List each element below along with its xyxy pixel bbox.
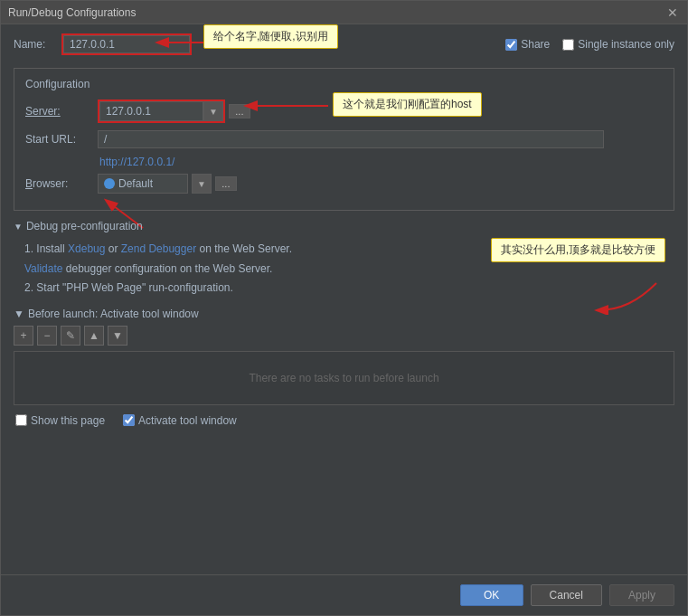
launch-collapse-triangle[interactable]: ▼	[14, 308, 24, 320]
validate-link[interactable]: Validate	[24, 262, 62, 275]
name-input-wrapper	[61, 33, 192, 55]
dialog-content: Name: 给个名字,随便取,识别用 Share	[1, 24, 687, 574]
before-launch-section: ▼ Before launch: Activate tool window + …	[14, 308, 674, 405]
browser-input-group: Default ▼ ...	[98, 174, 237, 194]
close-button[interactable]: ✕	[665, 5, 680, 20]
server-label: Server:	[25, 105, 98, 118]
server-label-text: Server:	[25, 105, 61, 118]
browser-select-display: Default	[98, 174, 188, 194]
activate-tool-label[interactable]: Activate tool window	[123, 414, 237, 427]
share-checkbox-label[interactable]: Share	[505, 38, 550, 51]
server-input-wrapper: 127.0.0.1 ▼	[98, 100, 225, 123]
server-input-group: 127.0.0.1 ▼ ...	[98, 100, 250, 123]
bottom-checks: Show this page Activate tool window	[14, 414, 674, 427]
browser-dropdown-arrow[interactable]: ▼	[192, 174, 212, 194]
title-bar: Run/Debug Configurations ✕	[1, 1, 687, 24]
name-right: Share Single instance only	[505, 38, 674, 51]
toolbar-row: + − ✎ ▲ ▼	[14, 326, 674, 346]
footer: OK Cancel Apply	[1, 574, 687, 615]
annotation-2: 这个就是我们刚配置的host	[333, 92, 482, 117]
name-label: Name:	[14, 38, 54, 51]
edit-task-btn[interactable]: ✎	[61, 326, 80, 346]
annotation-3: 其实没什么用,顶多就是比较方便	[491, 238, 665, 262]
share-checkbox[interactable]	[505, 39, 517, 51]
empty-tasks-area: There are no tasks to run before launch	[14, 351, 674, 405]
name-row: Name: 给个名字,随便取,识别用 Share	[14, 33, 674, 55]
move-up-btn[interactable]: ▲	[84, 326, 104, 346]
add-task-btn[interactable]: +	[14, 326, 33, 346]
apply-button[interactable]: Apply	[609, 584, 674, 606]
debug-title: ▼ Debug pre-configuration	[14, 220, 674, 232]
server-row: Server: 127.0.0.1 ▼ ... 这个就是我们刚配置的host	[25, 100, 663, 123]
collapse-triangle[interactable]: ▼	[14, 222, 23, 232]
move-down-btn[interactable]: ▼	[108, 326, 127, 346]
start-url-label: Start URL:	[25, 133, 98, 146]
dialog-title: Run/Debug Configurations	[8, 6, 136, 19]
xdebug-link[interactable]: Xdebug	[68, 242, 105, 255]
browser-row: Browser: Default ▼ ...	[25, 174, 663, 194]
ok-button[interactable]: OK	[460, 584, 523, 606]
name-input[interactable]	[63, 35, 190, 53]
debug-step2: 2. Start "PHP Web Page" run-configuratio…	[24, 279, 674, 299]
single-instance-checkbox[interactable]	[562, 39, 574, 51]
show-page-checkbox[interactable]	[15, 414, 27, 426]
configuration-section: Configuration Server: 127.0.0.1 ▼ ... 这个…	[14, 68, 674, 211]
before-launch-title: ▼ Before launch: Activate tool window	[14, 308, 674, 320]
server-ellipsis-btn[interactable]: ...	[229, 104, 250, 118]
debug-section: ▼ Debug pre-configuration 1. Install Xde…	[14, 220, 674, 299]
arrow-2-svg	[242, 97, 333, 115]
server-dropdown-arrow[interactable]: ▼	[203, 101, 223, 121]
server-value-display: 127.0.0.1	[99, 101, 203, 121]
zend-link[interactable]: Zend Debugger	[121, 242, 196, 255]
cancel-button[interactable]: Cancel	[531, 584, 602, 606]
start-url-link[interactable]: http://127.0.0.1/	[99, 156, 663, 168]
configuration-title: Configuration	[25, 78, 663, 90]
annotation-1: 给个名字,随便取,识别用	[203, 24, 338, 49]
browser-ellipsis-btn[interactable]: ...	[215, 176, 237, 191]
start-url-row: Start URL:	[25, 130, 663, 148]
show-page-label[interactable]: Show this page	[15, 414, 105, 427]
single-instance-checkbox-label[interactable]: Single instance only	[562, 38, 674, 51]
run-debug-dialog: Run/Debug Configurations ✕ Name: 给个名字,随便…	[0, 0, 688, 616]
globe-icon	[104, 178, 115, 189]
remove-task-btn[interactable]: −	[37, 326, 57, 346]
activate-tool-checkbox[interactable]	[123, 414, 135, 426]
start-url-input[interactable]	[98, 130, 604, 148]
browser-label: Browser:	[25, 177, 98, 190]
